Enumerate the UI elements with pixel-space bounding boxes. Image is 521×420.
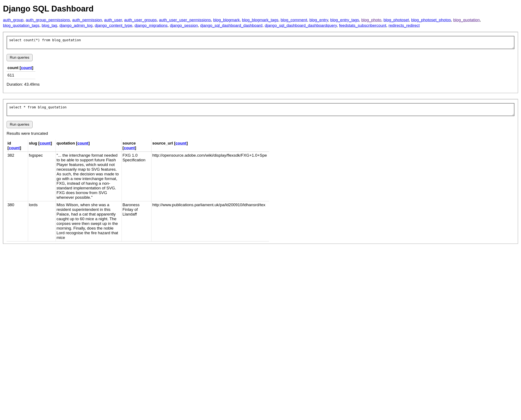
sql-input-1[interactable]: [7, 36, 514, 49]
cell-id: 380: [7, 201, 28, 241]
count-link-id[interactable]: count: [9, 146, 20, 150]
cell-slug: fxgspec: [28, 152, 55, 201]
table-link-django_session[interactable]: django_session: [170, 23, 198, 28]
sql-input-2[interactable]: [7, 103, 514, 116]
table-link-blog_quotation_tags[interactable]: blog_quotation_tags: [3, 23, 39, 28]
table-link-auth_user[interactable]: auth_user: [104, 18, 122, 22]
cell-count: 611: [7, 71, 35, 79]
page-title: Django SQL Dashboard: [3, 4, 518, 13]
cell-slug: lords: [28, 201, 55, 241]
table-link-blog_tag[interactable]: blog_tag: [42, 23, 57, 28]
cell-source_url: http://opensource.adobe.com/wiki/display…: [151, 152, 269, 201]
count-link-source_url[interactable]: count: [175, 141, 187, 145]
col-header-count: count [count]: [7, 64, 35, 72]
run-queries-button-2[interactable]: Run queries: [7, 121, 32, 128]
cell-quotation: "... the interchange format needed to be…: [55, 152, 122, 201]
count-link-quotation[interactable]: count: [78, 141, 89, 145]
query-block-1: Run queries count [count] 611 Duration: …: [3, 32, 518, 93]
table-link-list: auth_group, auth_group_permissions, auth…: [3, 17, 518, 28]
duration-text: Duration: 43.49ms: [7, 82, 514, 87]
table-link-blog_photoset[interactable]: blog_photoset: [383, 18, 409, 22]
cell-id: 382: [7, 152, 28, 201]
cell-source: FXG 1.0 Specification: [122, 152, 151, 201]
table-row: 382fxgspec"... the interchange format ne…: [7, 152, 269, 201]
cell-quotation: Miss Wilson, when she was a resident sup…: [55, 201, 122, 241]
col-header-id: id [count]: [7, 140, 28, 152]
table-link-blog_comment[interactable]: blog_comment: [281, 18, 307, 22]
table-link-auth_user_user_permissions[interactable]: auth_user_user_permissions: [159, 18, 211, 22]
result-table-1: count [count] 611: [7, 64, 35, 79]
query-block-2: Run queries Results were truncated id [c…: [3, 99, 518, 244]
run-queries-button-1[interactable]: Run queries: [7, 54, 32, 61]
table-link-auth_group[interactable]: auth_group: [3, 18, 23, 22]
col-header-source: source [count]: [122, 140, 151, 152]
table-link-django_sql_dashboard_dashboard[interactable]: django_sql_dashboard_dashboard: [200, 23, 262, 28]
table-link-blog_blogmark_tags[interactable]: blog_blogmark_tags: [242, 18, 278, 22]
table-link-blog_quotation[interactable]: blog_quotation: [453, 18, 480, 22]
table-link-feedstats_subscribercount[interactable]: feedstats_subscribercount: [339, 23, 386, 28]
table-link-django_content_type[interactable]: django_content_type: [95, 23, 132, 28]
table-link-redirects_redirect[interactable]: redirects_redirect: [389, 23, 420, 28]
col-header-slug: slug [count]: [28, 140, 55, 152]
cell-source: Baroness Finlay of Llandaff: [122, 201, 151, 241]
table-link-django_migrations[interactable]: django_migrations: [134, 23, 168, 28]
table-link-blog_blogmark[interactable]: blog_blogmark: [213, 18, 240, 22]
result-table-2: id [count]slug [count]quotation [count]s…: [7, 140, 269, 241]
count-link[interactable]: count: [21, 66, 32, 70]
table-link-blog_photo[interactable]: blog_photo: [361, 18, 381, 22]
table-link-auth_user_groups[interactable]: auth_user_groups: [124, 18, 157, 22]
count-link-source[interactable]: count: [124, 146, 135, 150]
table-link-blog_photoset_photos[interactable]: blog_photoset_photos: [411, 18, 451, 22]
table-link-django_admin_log[interactable]: django_admin_log: [59, 23, 92, 28]
col-header-source_url: source_url [count]: [151, 140, 269, 152]
truncated-message: Results were truncated: [7, 131, 514, 136]
table-row: 611: [7, 71, 35, 79]
table-link-auth_permission[interactable]: auth_permission: [72, 18, 102, 22]
table-link-auth_group_permissions[interactable]: auth_group_permissions: [26, 18, 70, 22]
table-link-blog_entry_tags[interactable]: blog_entry_tags: [330, 18, 359, 22]
table-link-blog_entry[interactable]: blog_entry: [310, 18, 328, 22]
col-header-quotation: quotation [count]: [55, 140, 122, 152]
count-link-slug[interactable]: count: [39, 141, 51, 145]
table-row: 380lordsMiss Wilson, when she was a resi…: [7, 201, 269, 241]
table-link-django_sql_dashboard_dashboardquery[interactable]: django_sql_dashboard_dashboardquery: [265, 23, 337, 28]
cell-source_url: http://www.publications.parliament.uk/pa…: [151, 201, 269, 241]
